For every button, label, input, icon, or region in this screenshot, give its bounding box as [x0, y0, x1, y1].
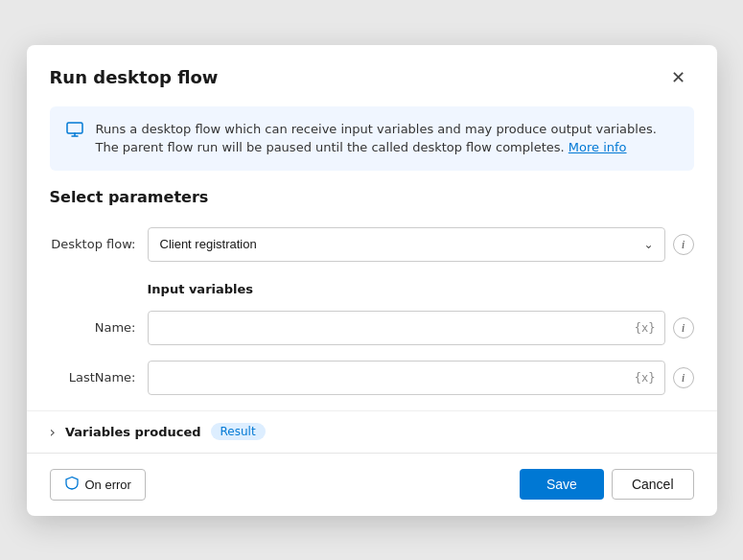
more-info-link[interactable]: More info — [569, 140, 627, 154]
monitor-icon — [65, 121, 84, 144]
variables-produced-row: › Variables produced Result — [27, 410, 717, 449]
lastname-label: LastName: — [50, 370, 136, 385]
dialog-title: Run desktop flow — [50, 67, 219, 87]
variables-produced-label: Variables produced — [65, 425, 201, 439]
close-button[interactable]: ✕ — [663, 62, 694, 93]
name-input-wrap: {x} — [148, 311, 665, 345]
name-control-wrap: {x} i — [148, 311, 694, 345]
info-banner-text: Runs a desktop flow which can receive in… — [96, 120, 679, 157]
cancel-button[interactable]: Cancel — [612, 469, 694, 500]
lastname-info-button[interactable]: i — [673, 367, 694, 388]
save-button[interactable]: Save — [520, 469, 604, 500]
name-input[interactable] — [148, 311, 665, 345]
dialog-header: Run desktop flow ✕ — [27, 45, 717, 106]
footer-right: Save Cancel — [520, 469, 694, 500]
name-label: Name: — [50, 320, 136, 335]
lastname-control-wrap: {x} i — [148, 361, 694, 395]
lastname-row: LastName: {x} i — [27, 353, 717, 403]
desktop-flow-label: Desktop flow: — [50, 237, 136, 251]
name-row: Name: {x} i — [27, 303, 717, 353]
lastname-var-badge: {x} — [635, 371, 656, 385]
result-badge: Result — [211, 423, 266, 440]
desktop-flow-info-button[interactable]: i — [673, 234, 694, 255]
info-icon: i — [682, 370, 685, 385]
name-info-button[interactable]: i — [673, 317, 694, 338]
lastname-input-wrap: {x} — [148, 361, 665, 395]
dialog-footer: On error Save Cancel — [27, 453, 717, 516]
lastname-input[interactable] — [148, 361, 665, 395]
desktop-flow-control-wrap: Client registration ⌄ i — [148, 227, 694, 262]
name-var-badge: {x} — [635, 321, 656, 335]
info-banner: Runs a desktop flow which can receive in… — [50, 106, 694, 171]
run-desktop-flow-dialog: Run desktop flow ✕ Runs a desktop flow w… — [27, 45, 717, 516]
svg-rect-0 — [67, 123, 82, 133]
on-error-button[interactable]: On error — [50, 469, 146, 501]
chevron-right-icon[interactable]: › — [50, 423, 56, 441]
shield-icon — [64, 476, 80, 494]
desktop-flow-select-wrapper[interactable]: Client registration ⌄ — [148, 227, 665, 262]
on-error-label: On error — [85, 478, 131, 492]
info-icon: i — [682, 237, 685, 252]
section-title: Select parameters — [27, 188, 717, 220]
info-icon: i — [682, 320, 685, 336]
desktop-flow-row: Desktop flow: Client registration ⌄ i — [27, 220, 717, 269]
input-variables-label: Input variables — [148, 282, 254, 296]
desktop-flow-select[interactable]: Client registration — [148, 227, 665, 262]
